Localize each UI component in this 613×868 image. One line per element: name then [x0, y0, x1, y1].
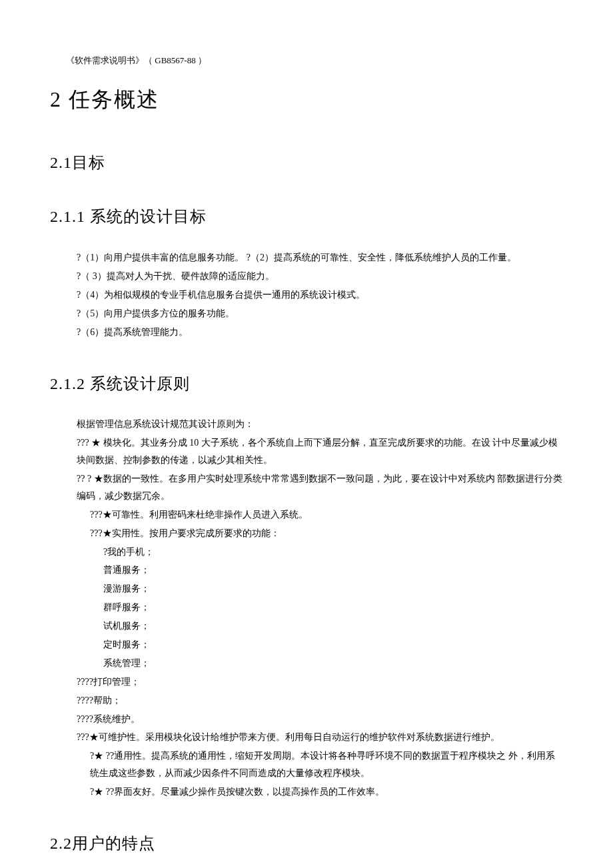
practical-item: 漫游服务； [77, 580, 563, 598]
heading-2-1-2: 2.1.2 系统设计原则 [50, 370, 563, 398]
principle-module: ??? ★ 模块化。其业务分成 10 大子系统，各个系统自上而下通层分解，直至完… [77, 434, 563, 469]
principle-maintain: ???★可维护性。采用模块化设计给维护带来方便。利用每日自动运行的维护软件对系统… [77, 729, 563, 746]
practical-item: 试机服务； [77, 618, 563, 635]
heading-2-2: 2.2用户的特点 [50, 830, 563, 857]
section-2-1-2-body: 根据管理信息系统设计规范其设计原则为： ??? ★ 模块化。其业务分成 10 大… [50, 416, 563, 801]
principle-practical: ???★实用性。按用户要求完成所要求的功能： [77, 525, 563, 542]
practical-item: ????打印管理； [77, 673, 563, 691]
principle-consistency: ?? ? ★数据的一致性。在多用户实时处理系统中常常遇到数据不一致问题，为此，要… [77, 470, 563, 505]
practical-item: ????系统维护。 [77, 711, 563, 728]
goal-line: ?（1）向用户提供丰富的信息服务功能。 ?（2）提高系统的可靠性、安全性，降低系… [77, 249, 563, 266]
practical-item: 定时服务； [77, 636, 563, 653]
heading-2-1: 2.1目标 [50, 149, 563, 177]
reference-line: 《软件需求说明书》（ GB8567-88 ） [50, 53, 563, 68]
practical-item: 普通服务； [77, 562, 563, 579]
practical-item: 系统管理； [77, 655, 563, 672]
practical-item: ????帮助； [77, 692, 563, 709]
practical-item: 群呼服务； [77, 599, 563, 616]
principles-intro: 根据管理信息系统设计规范其设计原则为： [77, 416, 563, 433]
principle-general: ?★ ??通用性。提高系统的通用性，缩短开发周期。本设计将各种寻呼环境不同的数据… [77, 747, 563, 782]
principle-ui: ?★ ??界面友好。尽量减少操作员按键次数，以提高操作员的工作效率。 [77, 783, 563, 801]
principle-reliability: ???★可靠性。利用密码来杜绝非操作人员进入系统。 [77, 506, 563, 524]
heading-2-1-1: 2.1.1 系统的设计目标 [50, 203, 563, 230]
goal-line: ?（ 3）提高对人为干扰、硬件故障的适应能力。 [77, 268, 563, 285]
heading-1: 2 任务概述 [50, 81, 563, 117]
goal-line: ?（4）为相似规模的专业手机信息服务台提供一通用的系统设计模式。 [77, 286, 563, 304]
section-2-1-1-body: ?（1）向用户提供丰富的信息服务功能。 ?（2）提高系统的可靠性、安全性，降低系… [50, 249, 563, 340]
goal-line: ?（6）提高系统管理能力。 [77, 324, 563, 341]
goal-line: ?（5）向用户提供多方位的服务功能。 [77, 305, 563, 322]
practical-item: ?我的手机； [77, 544, 563, 561]
